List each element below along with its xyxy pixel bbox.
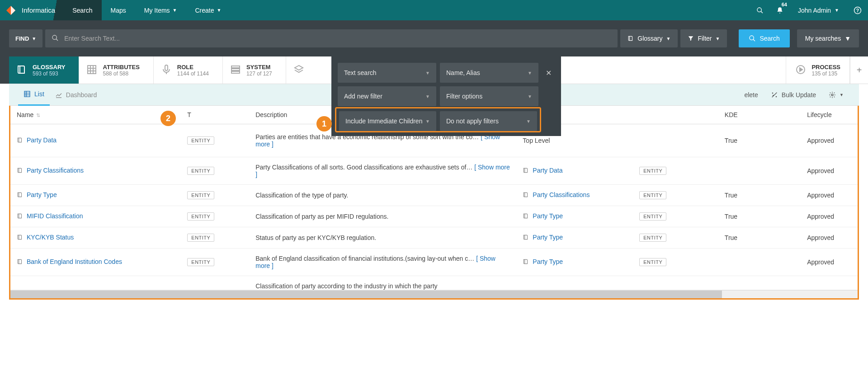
row-name-link[interactable]: KYC/KYB Status: [27, 234, 74, 241]
view-tab-list[interactable]: List: [18, 84, 50, 106]
search-input[interactable]: [64, 35, 611, 42]
brand-name: Informatica: [22, 6, 55, 14]
row-description: Bank of England classification of financ…: [249, 249, 516, 276]
global-search-icon[interactable]: [750, 0, 770, 20]
parent-link[interactable]: Party Type: [533, 258, 563, 265]
filter-close-button[interactable]: ✕: [542, 63, 555, 83]
filter-dropdown[interactable]: Filter▼: [680, 29, 727, 47]
nav-search[interactable]: Search: [63, 0, 101, 20]
book-icon: [17, 213, 23, 221]
chevron-down-icon: ▼: [425, 94, 430, 99]
view-tab-dashboard[interactable]: Dashboard: [50, 84, 103, 106]
process-icon: [795, 64, 806, 76]
entity-badge: ENTITY: [187, 136, 214, 145]
entity-badge: ENTITY: [639, 258, 666, 266]
search-button[interactable]: Search: [739, 29, 789, 47]
col-header-name[interactable]: Name⇅: [10, 106, 181, 124]
row-kde: True: [718, 227, 801, 249]
sort-icon: ⇅: [36, 113, 40, 118]
help-icon[interactable]: ?: [847, 0, 868, 20]
entity-badge: ENTITY: [639, 212, 666, 221]
book-icon: [17, 167, 23, 175]
tab-layers[interactable]: [286, 56, 318, 84]
annotation-marker-1: 1: [316, 116, 332, 131]
filter-add-new[interactable]: Add new filter▼: [338, 86, 436, 106]
entity-badge: ENTITY: [639, 191, 666, 199]
parent-link[interactable]: Party Type: [533, 234, 563, 241]
filter-name-alias[interactable]: Name, Alias▼: [440, 63, 538, 83]
chevron-down-icon: ▼: [528, 70, 532, 75]
entity-badge: ENTITY: [187, 191, 214, 199]
svg-marker-22: [295, 66, 303, 70]
notification-count: 64: [782, 2, 787, 7]
nav-maps[interactable]: Maps: [102, 0, 135, 20]
chevron-down-icon: ▼: [217, 8, 222, 13]
row-description: Classification of the type of party.: [249, 185, 516, 206]
find-button[interactable]: FIND▼: [9, 29, 42, 47]
parent-link[interactable]: Party Data: [533, 167, 562, 174]
tab-system[interactable]: SYSTEM127 of 127: [223, 56, 286, 84]
table-row: Classification of party according to the…: [10, 276, 858, 290]
book-icon: [17, 234, 23, 242]
glossary-dropdown[interactable]: Glossary▼: [620, 29, 678, 47]
filter-options[interactable]: Filter options▼: [440, 86, 538, 106]
notifications-icon[interactable]: 64: [770, 0, 790, 20]
row-name-link[interactable]: Party Type: [27, 191, 57, 198]
col-header-type[interactable]: T: [181, 106, 249, 124]
svg-line-7: [56, 39, 58, 41]
svg-marker-1: [11, 6, 15, 15]
tab-glossary[interactable]: GLOSSARY593 of 593: [9, 56, 79, 84]
settings-gear[interactable]: ▼: [822, 91, 850, 99]
table-row: KYC/KYB StatusENTITYStatus of party as p…: [10, 227, 858, 249]
horizontal-scrollbar[interactable]: [10, 290, 858, 298]
filter-include-children[interactable]: Include Immediate Children▼: [339, 111, 436, 131]
row-name-link[interactable]: Party Classifications: [27, 167, 84, 174]
show-more-link[interactable]: [ Show more ]: [255, 164, 510, 178]
my-searches-button[interactable]: My searches▼: [797, 29, 859, 47]
filter-icon: [688, 35, 694, 42]
row-name-link[interactable]: Bank of England Institution Codes: [27, 258, 122, 265]
svg-point-2: [757, 8, 761, 12]
tab-attributes[interactable]: ATTRIBUTES588 of 588: [79, 56, 153, 84]
row-kde: True: [718, 206, 801, 227]
nav-my-items[interactable]: My Items▼: [135, 0, 186, 20]
bulk-update-button[interactable]: Bulk Update: [764, 91, 822, 99]
svg-point-6: [52, 35, 57, 39]
book-icon: [17, 192, 23, 199]
filter-text-search[interactable]: Text search▼: [338, 63, 436, 83]
show-more-link[interactable]: [ Show more ]: [255, 255, 495, 269]
col-header-kde[interactable]: KDE: [718, 106, 801, 124]
bulk-delete-button[interactable]: elete: [738, 91, 764, 99]
svg-point-33: [831, 94, 833, 96]
col-header-parent-type[interactable]: [633, 106, 718, 124]
chevron-down-icon: ▼: [844, 35, 851, 42]
tab-role[interactable]: ROLE1144 of 1144: [154, 56, 223, 84]
svg-rect-21: [231, 71, 240, 73]
table-row: MIFID ClassificationENTITYClassification…: [10, 206, 858, 227]
row-name-link[interactable]: Party Data: [27, 136, 57, 144]
table-row: Party ClassificationsENTITYParty Classif…: [10, 157, 858, 185]
entity-badge: ENTITY: [187, 234, 214, 242]
svg-rect-19: [231, 66, 240, 68]
add-tab-button[interactable]: +: [850, 56, 868, 84]
book-icon: [523, 167, 529, 175]
book-icon: [17, 137, 23, 145]
annotation-marker-2: 2: [160, 111, 176, 126]
row-name-link[interactable]: MIFID Classification: [27, 212, 83, 220]
row-lifecycle: Approved: [801, 206, 858, 227]
table-row: Bank of England Institution CodesENTITYB…: [10, 249, 858, 276]
nav-create[interactable]: Create▼: [186, 0, 230, 20]
parent-link[interactable]: Party Classifications: [533, 191, 590, 198]
filter-do-not-apply[interactable]: Do not apply filters▼: [440, 111, 537, 131]
mic-icon: [161, 64, 172, 76]
tab-process[interactable]: PROCESS135 of 135: [786, 56, 850, 84]
parent-link[interactable]: Party Type: [533, 212, 563, 220]
chevron-down-icon: ▼: [425, 119, 430, 124]
chevron-down-icon: ▼: [526, 119, 531, 124]
filter-highlight-group: Include Immediate Children▼ Do not apply…: [335, 107, 541, 132]
user-menu[interactable]: John Admin▼: [790, 7, 847, 14]
book-icon: [16, 64, 27, 76]
row-lifecycle: Approved: [801, 249, 858, 276]
gear-icon: [829, 91, 836, 99]
col-header-lifecycle[interactable]: Lifecycle: [801, 106, 858, 124]
